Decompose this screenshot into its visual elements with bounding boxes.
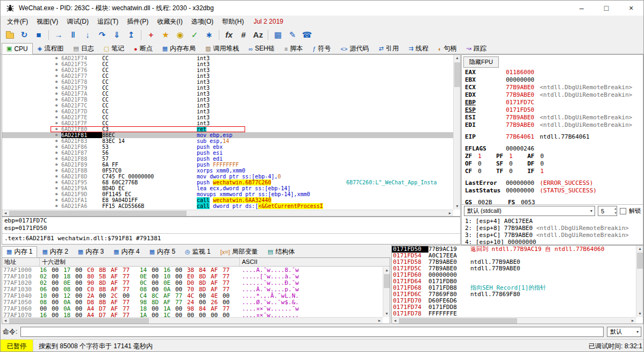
- disasm-row[interactable]: ●6AD21F8DC745 FC 00000000mov dword ptr s…: [2, 174, 453, 179]
- breakpoint-dot[interactable]: ●: [52, 138, 61, 144]
- annotate-icon[interactable]: ✎: [287, 30, 298, 40]
- command-input[interactable]: [20, 327, 604, 337]
- tab-dump5[interactable]: ▦内存 5: [145, 246, 180, 257]
- breakpoint-dot[interactable]: ●: [52, 197, 61, 203]
- maximize-button[interactable]: □: [594, 1, 619, 16]
- disasm-vertical-scrollbar[interactable]: ▲ ▼: [453, 55, 460, 210]
- breakpoint-dot[interactable]: ●: [52, 203, 61, 209]
- breakpoint-dot[interactable]: ●: [52, 79, 61, 85]
- disasm-row[interactable]: ●6AD21F8857push edi: [2, 156, 453, 162]
- dump-vertical-scrollbar[interactable]: ▲ ▼: [383, 267, 390, 317]
- breakpoint-dot[interactable]: ●: [52, 73, 61, 79]
- menu-file[interactable]: 文件(F): [3, 16, 32, 27]
- spinner-arrows-icon[interactable]: ▴▾: [614, 206, 616, 215]
- breakpoint-dot[interactable]: ●: [52, 156, 61, 162]
- scroll-thumb[interactable]: [384, 274, 390, 288]
- disasm-row[interactable]: ●6AD21F74CCint3: [2, 55, 453, 61]
- menu-trace[interactable]: 追踪(T): [93, 16, 123, 27]
- scroll-thumb[interactable]: [454, 62, 460, 87]
- tab-dump4[interactable]: ▦内存 4: [109, 246, 144, 257]
- scroll-right-arrow[interactable]: ►: [376, 318, 383, 324]
- breakpoint-dot[interactable]: ●: [52, 120, 61, 126]
- breakpoint-dot[interactable]: ●: [52, 109, 61, 114]
- scroll-right-arrow[interactable]: ►: [447, 210, 453, 217]
- register-row[interactable]: EFLAGS00000246: [465, 145, 640, 153]
- scroll-left-arrow[interactable]: ◄: [392, 318, 398, 324]
- register-row[interactable]: CF0TF0IF1: [465, 168, 640, 175]
- disasm-row[interactable]: ●6AD21F7CCCint3: [2, 103, 453, 109]
- register-row[interactable]: LastError00000000(ERROR_SUCCESS): [465, 179, 640, 187]
- tab-dump3[interactable]: ▦内存 3: [73, 246, 109, 257]
- restart-icon[interactable]: ↻: [18, 30, 30, 40]
- execute-till-return-icon[interactable]: ↥: [125, 30, 137, 40]
- tab-trace[interactable]: ↝跟踪: [462, 43, 491, 54]
- breakpoint-dot[interactable]: ●: [52, 91, 61, 97]
- breakpoint-dot[interactable]: ●: [52, 132, 61, 138]
- scroll-down-arrow[interactable]: ▼: [454, 203, 461, 210]
- tab-handles[interactable]: ◐句柄: [433, 43, 462, 54]
- check-icon[interactable]: ✓: [189, 30, 201, 40]
- breakpoint-dot[interactable]: ●: [52, 126, 61, 132]
- disasm-row[interactable]: ●6AD21F9A8D4D EClea ecx,dword ptr ss:[eb…: [2, 185, 453, 191]
- minimize-button[interactable]: –: [569, 1, 594, 16]
- patch-icon[interactable]: +: [145, 30, 157, 40]
- argument-row[interactable]: 4: [esp+10] 00000000: [465, 239, 642, 245]
- scroll-right-arrow[interactable]: ►: [629, 318, 636, 324]
- disasm-row[interactable]: ●6AD21F818BECmov ebp,esp: [2, 132, 453, 138]
- disasm-row[interactable]: ●6AD21F7DCCint3: [2, 109, 453, 114]
- dump-row[interactable]: 77AF107016001800A4D7AF771A001C0000000000…: [2, 312, 383, 317]
- disasm-row[interactable]: ●6AD21F8383EC 14sub esp,14: [2, 138, 453, 144]
- menu-options[interactable]: 选项(O): [187, 16, 218, 27]
- breakpoint-dot[interactable]: ●: [52, 61, 61, 67]
- tab-notes[interactable]: ▢笔记: [99, 43, 129, 54]
- tab-dump1[interactable]: ▦内存 1: [2, 246, 37, 257]
- scroll-up-arrow[interactable]: ▲: [454, 55, 461, 61]
- open-file-icon[interactable]: [4, 30, 16, 40]
- tab-graph[interactable]: ◈流程图: [33, 43, 68, 54]
- report-bug-icon[interactable]: ☎: [301, 30, 313, 40]
- disasm-row[interactable]: ●6AD21F78CCint3: [2, 79, 453, 85]
- pause-icon[interactable]: ‖: [67, 30, 79, 40]
- scroll-thumb[interactable]: [399, 318, 517, 324]
- scroll-down-arrow[interactable]: ▼: [636, 311, 643, 317]
- disasm-row[interactable]: ●6AD21FA6FF15 ACD5566Bcall dword ptr ds:…: [2, 203, 453, 209]
- register-row[interactable]: ESI77B9ABE0<ntdll.DbgUiRemoteBreakin>: [465, 114, 640, 121]
- calling-convention-select[interactable]: 默认 (stdcall) ▾: [464, 206, 595, 216]
- close-button[interactable]: ×: [619, 1, 643, 16]
- breakpoint-dot[interactable]: ●: [52, 179, 61, 185]
- breakpoint-dot[interactable]: ●: [52, 97, 61, 103]
- tab-locals[interactable]: [x=]局部变量: [216, 246, 263, 257]
- memory-map-icon[interactable]: ▦: [272, 30, 284, 40]
- menu-debug[interactable]: 调试(D): [62, 16, 93, 27]
- disasm-row[interactable]: ●6AD21F79CCint3: [2, 85, 453, 91]
- hide-fpu-button[interactable]: 隐藏FPU: [463, 56, 499, 68]
- scroll-down-arrow[interactable]: ▼: [383, 311, 390, 317]
- register-row[interactable]: ESP0171FD50: [465, 106, 640, 114]
- dump-horizontal-scrollbar[interactable]: ◄ ►: [2, 317, 383, 324]
- command-profile-dropdown[interactable]: 默认 ▾: [607, 327, 641, 337]
- step-over-icon[interactable]: ↷: [96, 30, 108, 40]
- breakpoint-dot[interactable]: ●: [52, 103, 61, 109]
- disasm-row[interactable]: ●6AD21F8756push esi: [2, 150, 453, 156]
- tab-breakpoints[interactable]: ●断点: [129, 43, 158, 54]
- stack-horizontal-scrollbar[interactable]: ◄ ►: [392, 317, 636, 324]
- register-row[interactable]: ZF1PF1AF0: [465, 153, 640, 160]
- disasm-row[interactable]: ●6AD21F80C3ret: [2, 126, 453, 132]
- tab-struct[interactable]: ▤结构体: [263, 246, 299, 257]
- scroll-thumb[interactable]: [637, 253, 643, 269]
- disasm-row[interactable]: ●6AD21FA1E8 9A04D1FFcall wechatwin.6AA32…: [2, 197, 453, 203]
- breakpoint-dot[interactable]: ●: [52, 55, 61, 61]
- disasm-row[interactable]: ●6AD21F8B0F57C0xorps xmm0,xmm0: [2, 168, 453, 174]
- menu-plugins[interactable]: 插件(P): [123, 16, 153, 27]
- tab-references[interactable]: ⇄引用: [374, 43, 403, 54]
- register-row[interactable]: EIP77B64061ntdll.77B64061: [465, 133, 640, 141]
- disasm-row[interactable]: ●6AD21F9568 60C2776Bpush wechatwin.6B77C…: [2, 179, 453, 185]
- tab-seh-chain[interactable]: ∞SEH链: [244, 43, 280, 54]
- disasm-row[interactable]: ●6AD21F7ACCint3: [2, 91, 453, 97]
- register-row[interactable]: EBX00000000: [465, 76, 640, 84]
- register-row[interactable]: OF0SF0DF0: [465, 160, 640, 168]
- disasm-row[interactable]: ●6AD21F7BCCint3: [2, 97, 453, 103]
- scroll-up-arrow[interactable]: ▲: [383, 267, 390, 274]
- disasm-row[interactable]: ●6AD21F8653push ebx: [2, 144, 453, 150]
- stack-vertical-scrollbar[interactable]: ▲ ▼: [636, 246, 643, 317]
